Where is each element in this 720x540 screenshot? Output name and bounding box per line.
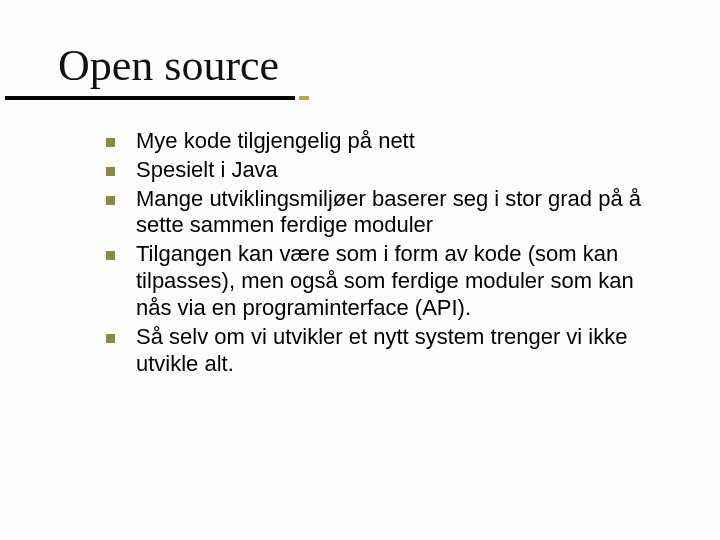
title-underline bbox=[5, 96, 295, 100]
bullet-text: Mange utviklingsmiljøer baserer seg i st… bbox=[136, 186, 641, 238]
list-item: Mye kode tilgjengelig på nett bbox=[106, 128, 660, 155]
list-item: Så selv om vi utvikler et nytt system tr… bbox=[106, 324, 660, 378]
bullet-text: Tilgangen kan være som i form av kode (s… bbox=[136, 241, 634, 320]
title-block: Open source bbox=[58, 42, 680, 100]
bullet-text: Så selv om vi utvikler et nytt system tr… bbox=[136, 324, 628, 376]
bullet-list: Mye kode tilgjengelig på nett Spesielt i… bbox=[106, 128, 660, 377]
bullet-text: Spesielt i Java bbox=[136, 157, 278, 182]
list-item: Mange utviklingsmiljøer baserer seg i st… bbox=[106, 186, 660, 240]
slide-title: Open source bbox=[58, 42, 680, 90]
list-item: Tilgangen kan være som i form av kode (s… bbox=[106, 241, 660, 321]
title-underline-bar bbox=[5, 96, 295, 100]
body-block: Mye kode tilgjengelig på nett Spesielt i… bbox=[106, 128, 660, 379]
list-item: Spesielt i Java bbox=[106, 157, 660, 184]
bullet-text: Mye kode tilgjengelig på nett bbox=[136, 128, 415, 153]
slide: Open source Mye kode tilgjengelig på net… bbox=[0, 0, 720, 540]
title-underline-accent bbox=[299, 96, 309, 100]
